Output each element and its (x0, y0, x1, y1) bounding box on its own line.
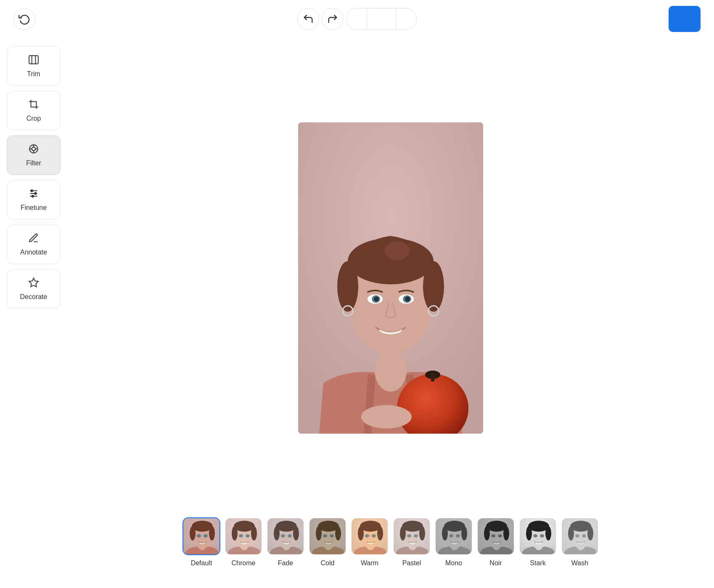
svg-point-85 (414, 534, 418, 538)
svg-point-74 (358, 526, 364, 540)
filter-thumb-default (182, 517, 220, 555)
svg-point-59 (293, 526, 299, 540)
filter-label-cold: Cold (321, 559, 335, 567)
trim-icon (28, 54, 39, 67)
filter-label-noir: Noir (489, 559, 502, 567)
sidebar-item-finetune[interactable]: Finetune (7, 180, 61, 220)
svg-point-100 (491, 534, 495, 538)
toolbar-center (297, 8, 417, 30)
history-button[interactable] (13, 8, 35, 30)
redo-button[interactable] (322, 8, 344, 30)
svg-point-98 (484, 526, 490, 540)
filter-label-fade: Fade (278, 559, 293, 567)
filter-thumb-inner-fade (267, 518, 304, 554)
filter-item-cold[interactable]: Cold (309, 517, 346, 567)
filter-thumb-mono (435, 517, 473, 555)
sidebar-item-label: Filter (26, 159, 41, 167)
sidebar: Trim Crop Filter Finetune Annotate Decor… (0, 38, 67, 588)
svg-point-84 (407, 534, 411, 538)
main-layout: Trim Crop Filter Finetune Annotate Decor… (0, 38, 714, 588)
svg-point-12 (31, 190, 33, 191)
filter-label-warm: Warm (361, 559, 378, 567)
svg-point-44 (197, 534, 201, 538)
svg-point-30 (405, 297, 410, 302)
filter-item-fade[interactable]: Fade (267, 517, 304, 567)
sidebar-item-decorate[interactable]: Decorate (7, 269, 61, 309)
filter-item-stark[interactable]: Stark (519, 517, 557, 567)
svg-point-117 (582, 534, 586, 538)
history-icon (19, 13, 30, 25)
svg-point-101 (498, 534, 502, 538)
filter-label-pastel: Pastel (402, 559, 421, 567)
filter-label-wash: Wash (571, 559, 588, 567)
zoom-in-button[interactable] (396, 8, 416, 30)
undo-icon (302, 13, 314, 25)
filter-thumb-inner-stark (520, 518, 556, 554)
zoom-value (367, 8, 396, 30)
save-changes-button[interactable] (669, 6, 701, 32)
filter-item-noir[interactable]: Noir (477, 517, 515, 567)
crop-icon (28, 99, 39, 111)
sidebar-item-crop[interactable]: Crop (7, 91, 61, 130)
filter-item-mono[interactable]: Mono (435, 517, 473, 567)
filter-strip: Default Chrome (67, 510, 714, 580)
svg-point-93 (456, 534, 460, 538)
svg-point-92 (449, 534, 453, 538)
svg-point-82 (400, 526, 406, 540)
svg-point-50 (232, 526, 238, 540)
svg-point-29 (374, 297, 379, 302)
filter-item-default[interactable]: Default (182, 517, 220, 567)
filter-thumb-warm (351, 517, 389, 555)
svg-point-67 (335, 526, 341, 540)
filter-thumb-noir (477, 517, 515, 555)
sidebar-item-label: Annotate (20, 249, 47, 256)
svg-point-51 (251, 526, 257, 540)
filter-thumb-inner-pastel (394, 518, 430, 554)
image-container (67, 46, 714, 510)
undo-button[interactable] (297, 8, 319, 30)
filter-thumb-inner-wash (562, 518, 598, 554)
svg-point-24 (384, 241, 410, 260)
svg-point-114 (568, 526, 574, 540)
sidebar-item-annotate[interactable]: Annotate (7, 225, 61, 264)
filter-thumb-inner-noir (478, 518, 514, 554)
svg-rect-0 (29, 56, 38, 64)
filter-thumb-inner-mono (436, 518, 472, 554)
svg-point-76 (365, 534, 369, 538)
toolbar (0, 0, 714, 38)
zoom-control (346, 8, 417, 30)
sidebar-item-label: Finetune (21, 204, 47, 212)
sidebar-item-label: Crop (26, 115, 41, 122)
finetune-icon (28, 188, 39, 201)
svg-point-66 (316, 526, 322, 540)
photo-frame (298, 122, 483, 434)
filter-item-chrome[interactable]: Chrome (225, 517, 262, 567)
svg-point-53 (246, 534, 250, 538)
filter-thumb-cold (309, 517, 346, 555)
svg-point-116 (575, 534, 579, 538)
svg-point-109 (540, 534, 544, 538)
sidebar-item-filter[interactable]: Filter (7, 135, 61, 175)
filter-label-stark: Stark (530, 559, 545, 567)
filter-thumb-fade (267, 517, 304, 555)
zoom-out-button[interactable] (346, 8, 367, 30)
toolbar-right (669, 6, 701, 32)
filter-thumb-stark (519, 517, 557, 555)
toolbar-left (13, 8, 35, 30)
sidebar-item-label: Decorate (20, 293, 48, 301)
filter-thumb-inner-default (183, 518, 219, 554)
decorate-icon (28, 277, 39, 290)
filter-item-wash[interactable]: Wash (561, 517, 599, 567)
svg-point-75 (377, 526, 383, 540)
svg-point-42 (190, 526, 196, 540)
svg-point-68 (323, 534, 327, 538)
filter-item-pastel[interactable]: Pastel (393, 517, 431, 567)
svg-point-69 (330, 534, 334, 538)
sidebar-item-trim[interactable]: Trim (7, 46, 61, 86)
svg-point-77 (372, 534, 376, 538)
redo-icon (327, 13, 338, 25)
filter-item-warm[interactable]: Warm (351, 517, 389, 567)
svg-point-43 (209, 526, 215, 540)
svg-point-45 (204, 534, 208, 538)
svg-marker-15 (29, 278, 38, 287)
